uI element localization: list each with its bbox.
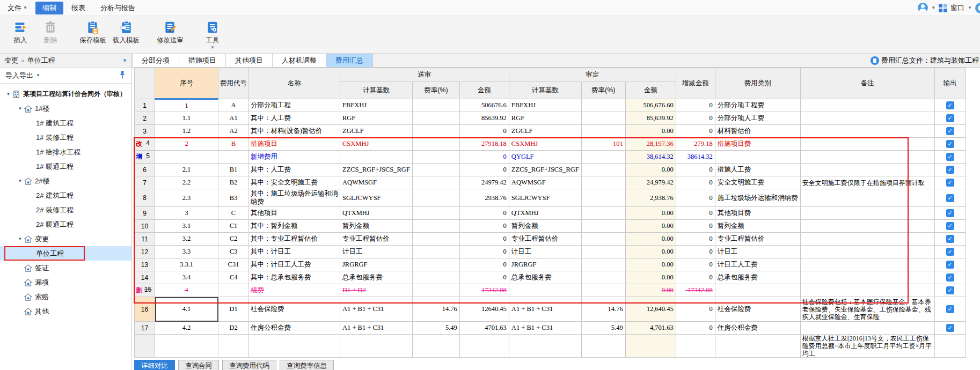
tree-item[interactable]: 1# 装修工程	[0, 130, 131, 145]
cell-songshen-jishu[interactable]: QTXMHJ	[340, 207, 413, 220]
cell-xuhao[interactable]: 3.4	[155, 271, 218, 284]
cell-songshen-jishu[interactable]: 专业工程暂估价	[340, 233, 413, 246]
breadcrumb-biangeng[interactable]: 变更	[4, 56, 18, 65]
cell-songshen-feilv[interactable]	[412, 99, 459, 112]
cell-shending-feilv[interactable]	[581, 220, 625, 233]
cell-daihao[interactable]: C2	[218, 233, 249, 246]
header-mingcheng[interactable]: 名称	[249, 68, 340, 99]
cell-shuchu[interactable]: ✓	[934, 176, 966, 189]
tree-item[interactable]: ▼2#楼	[0, 174, 131, 188]
cell-mingcheng[interactable]: 新增费用	[249, 151, 340, 164]
cell-songshen-jine[interactable]: 27918.18	[459, 138, 509, 151]
cell-mingcheng[interactable]: 其中：人工费	[249, 112, 340, 125]
cell-beizhu[interactable]	[800, 189, 934, 207]
cell-shuchu[interactable]: ✓	[934, 207, 966, 220]
cell-shending-feilv[interactable]	[581, 151, 625, 164]
cell-zengjian-jine[interactable]: 0	[676, 271, 715, 284]
cell-xuhao[interactable]	[155, 151, 218, 164]
cell-shuchu[interactable]: ✓	[934, 271, 966, 284]
cell-daihao[interactable]: C31	[218, 258, 249, 271]
cell-xuhao[interactable]: 4	[155, 284, 218, 297]
header-songshen-jishu[interactable]: 计算基数	[340, 82, 413, 99]
header-daihao[interactable]: 费用代号	[218, 68, 249, 99]
cell-shuchu[interactable]: ✓	[934, 233, 966, 246]
tools-button[interactable]: 工具 ▼	[198, 19, 228, 50]
chevron-down-icon[interactable]: ▼	[931, 5, 935, 10]
cell-shending-jine[interactable]: 4,701.63	[625, 322, 676, 335]
cell-shending-jine[interactable]	[625, 335, 676, 358]
header-xuhao[interactable]: 序号	[155, 68, 218, 99]
cell-songshen-feilv[interactable]: 5.49	[412, 322, 459, 335]
cell-songshen-jine[interactable]: 0	[459, 258, 509, 271]
cell-xuhao[interactable]: 3.3	[155, 246, 218, 258]
cell-feiyong-leibie[interactable]	[715, 284, 800, 297]
cell-beizhu[interactable]	[800, 125, 934, 138]
cell-shending-jishu[interactable]: QTXMHJ	[509, 207, 581, 220]
cell-shuchu[interactable]: ✓	[934, 138, 966, 151]
cell-shending-feilv[interactable]	[581, 335, 625, 358]
header-beizhu[interactable]: 备注	[800, 68, 934, 99]
window-menu[interactable]: 窗口	[950, 3, 964, 13]
cell-shending-jine[interactable]: 0.00	[625, 125, 676, 138]
cell-shending-feilv[interactable]	[581, 258, 625, 271]
cell-shending-feilv[interactable]	[581, 164, 625, 176]
cell-shending-jishu[interactable]	[509, 284, 581, 297]
cell-xuhao[interactable]: 2.2	[155, 176, 218, 189]
cell-xuhao[interactable]: 3.2	[155, 233, 218, 246]
cell-daihao[interactable]: C	[218, 207, 249, 220]
cell-beizhu[interactable]: 安全文明施工费仅限于在措施项目界面计取	[800, 176, 934, 189]
cell-beizhu[interactable]	[800, 233, 934, 246]
cell-shending-feilv[interactable]	[581, 125, 625, 138]
cell-feiyong-leibie[interactable]: 计日工人工费	[715, 258, 800, 271]
cell-xuhao[interactable]: 2	[155, 138, 218, 151]
cell-feiyong-leibie[interactable]: 措施项目费	[715, 138, 800, 151]
panel-dropdown-icon[interactable]: ▼	[122, 58, 127, 63]
query-fee-code-button[interactable]: 查询费用代码	[222, 360, 276, 370]
cell-songshen-feilv[interactable]	[412, 233, 459, 246]
cell-xuhao[interactable]: 3.3.1	[155, 258, 218, 271]
cell-songshen-jishu[interactable]: SGLJCWYSF	[340, 189, 413, 207]
cell-beizhu[interactable]	[800, 246, 934, 258]
header-shending-feilv[interactable]: 费率(%)	[581, 82, 625, 99]
cell-xuhao[interactable]: 1.1	[155, 112, 218, 125]
cell-songshen-jine[interactable]: 12640.45	[459, 297, 509, 322]
detail-compare-button[interactable]: 详细对比	[134, 360, 175, 370]
cell-shending-jine[interactable]: 0.00	[625, 220, 676, 233]
row-header[interactable]: 删15	[135, 284, 155, 297]
cell-songshen-jine[interactable]: 24979.42	[459, 176, 509, 189]
cell-shuchu[interactable]: ✓	[934, 164, 966, 176]
cell-songshen-jishu[interactable]: 计日工	[340, 246, 413, 258]
cell-feiyong-leibie[interactable]: 措施人工费	[715, 164, 800, 176]
cell-shuchu[interactable]: ✓	[934, 297, 966, 322]
cell-mingcheng[interactable]	[249, 335, 340, 358]
tab-qitaxiangmu[interactable]: 其他项目	[226, 54, 273, 67]
cell-songshen-jine[interactable]: 506676.6	[459, 99, 509, 112]
cell-songshen-jine[interactable]	[459, 335, 509, 358]
menu-baobiao[interactable]: 报表	[64, 2, 92, 14]
cell-songshen-feilv[interactable]	[412, 151, 459, 164]
cell-songshen-jishu[interactable]	[340, 335, 413, 358]
cell-zengjian-jine[interactable]: 0	[676, 125, 715, 138]
tree-item[interactable]: 2# 暖通工程	[0, 217, 131, 232]
cell-mingcheng[interactable]: 其中：计日工人工费	[249, 258, 340, 271]
output-checkbox[interactable]: ✓	[946, 166, 954, 174]
output-checkbox[interactable]: ✓	[946, 127, 954, 135]
breadcrumb-danweigongcheng[interactable]: 单位工程	[27, 56, 55, 65]
cell-shending-feilv[interactable]	[581, 246, 625, 258]
row-header[interactable]: 增5	[135, 151, 155, 164]
cell-songshen-jine[interactable]: 85639.92	[459, 112, 509, 125]
insert-button[interactable]: 插入	[5, 19, 35, 45]
cell-songshen-jine[interactable]: 4701.63	[459, 322, 509, 335]
cell-shending-jishu[interactable]: 计日工	[509, 246, 581, 258]
cell-shuchu[interactable]: ✓	[934, 220, 966, 233]
row-header[interactable]: 改4	[135, 138, 155, 151]
cell-daihao[interactable]: D2	[218, 322, 249, 335]
user-avatar-icon[interactable]	[918, 3, 928, 13]
output-checkbox[interactable]: ✓	[946, 222, 954, 230]
row-header[interactable]: 13	[135, 258, 155, 271]
cell-zengjian-jine[interactable]: 0	[676, 164, 715, 176]
cell-shending-jine[interactable]: 2,938.76	[625, 189, 676, 207]
cell-shending-feilv[interactable]: 101	[581, 138, 625, 151]
cell-feiyong-leibie[interactable]: 其他项目费	[715, 207, 800, 220]
cell-beizhu[interactable]	[800, 258, 934, 271]
